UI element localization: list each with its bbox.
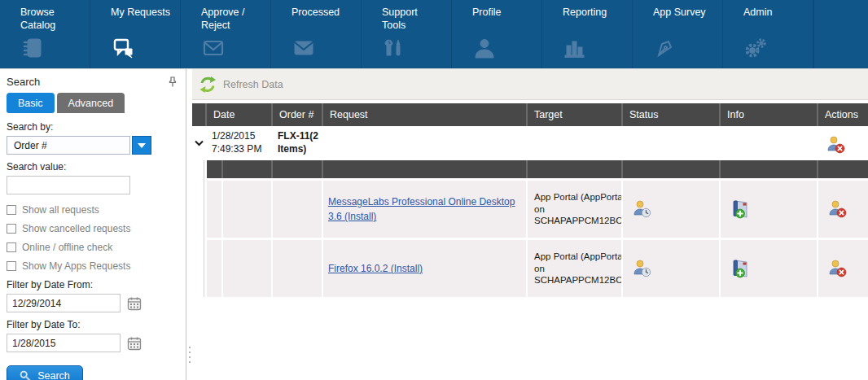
nav-label: Approve / Reject — [181, 0, 270, 32]
nav-label: Admin — [723, 0, 813, 20]
search-value-input[interactable] — [7, 176, 130, 194]
group-order-number: FLX-11(2 Items) — [271, 126, 322, 160]
nav-approve-reject[interactable]: Approve / Reject — [181, 0, 271, 68]
checkbox-show-all-requests[interactable]: Show all requests — [7, 204, 179, 216]
nav-label: Browse Catalog — [0, 0, 90, 32]
search-panel-title: Search — [7, 76, 40, 88]
info-cell — [719, 240, 817, 297]
nav-admin[interactable]: Admin — [723, 0, 813, 68]
envelope-icon — [292, 37, 315, 59]
column-header-actions[interactable]: Actions — [817, 103, 868, 126]
request-cell: Firefox 16.0.2 (Install) — [322, 240, 526, 297]
sealed-envelope-icon — [202, 37, 225, 59]
column-header-target[interactable]: Target — [526, 103, 621, 126]
column-header-request[interactable]: Request — [322, 103, 526, 126]
request-link[interactable]: MessageLabs Professional Online Desktop … — [328, 194, 521, 224]
splitter-grip-icon — [187, 344, 191, 365]
nav-label: Profile — [452, 0, 541, 20]
expand-column-header — [192, 103, 205, 126]
group-items: MessageLabs Professional Online Desktop … — [204, 160, 868, 297]
calendar-icon[interactable] — [127, 336, 142, 351]
grid-toolbar: Refresh Data — [192, 69, 868, 100]
cancel-request-user-icon[interactable] — [826, 135, 846, 155]
cancel-request-user-icon[interactable] — [828, 199, 848, 219]
package-add-icon[interactable] — [730, 258, 752, 279]
magnifier-icon — [20, 370, 31, 380]
actions-cell — [817, 181, 868, 238]
search-tabs: Basic Advanced — [7, 93, 179, 113]
checkbox-online-offline-check[interactable]: Online / offline check — [7, 242, 179, 253]
checkbox-label: Show all requests — [22, 204, 99, 216]
nav-reporting[interactable]: Reporting — [542, 0, 633, 68]
column-header-info[interactable]: Info — [719, 103, 817, 126]
calendar-icon[interactable] — [127, 296, 142, 311]
bar-chart-icon — [563, 37, 586, 59]
checkbox-show-cancelled-requests[interactable]: Show cancelled requests — [7, 223, 179, 234]
search-by-label: Search by: — [7, 121, 179, 133]
user-status-pending-icon[interactable] — [633, 259, 652, 278]
search-panel: Search Basic Advanced Search by: Order #… — [0, 69, 186, 380]
nav-processed[interactable]: Processed — [271, 0, 362, 68]
group-actions-cell — [817, 126, 868, 160]
request-row: Firefox 16.0.2 (Install) App Portal (App… — [207, 240, 868, 297]
checkbox-label: Online / offline check — [22, 242, 112, 253]
checkbox-icon — [7, 224, 16, 234]
chat-bubbles-icon — [112, 37, 134, 59]
nav-profile[interactable]: Profile — [452, 0, 542, 68]
nav-label: My Requests — [90, 0, 180, 20]
search-button-label: Search — [37, 370, 70, 380]
nav-label: Support Tools — [362, 0, 451, 32]
checkbox-icon — [7, 242, 16, 252]
tools-icon — [383, 37, 406, 59]
request-cell: MessageLabs Professional Online Desktop … — [322, 181, 526, 238]
target-cell: App Portal (AppPortal) on SCHAPAPPCM12BO… — [526, 181, 621, 238]
status-cell — [621, 181, 719, 238]
chevron-down-icon — [138, 143, 146, 148]
search-by-select[interactable]: Order # — [7, 136, 130, 155]
nav-my-requests[interactable]: My Requests — [90, 0, 181, 68]
package-add-icon[interactable] — [730, 199, 752, 220]
group-date: 1/28/2015 7:49:33 PM — [205, 126, 271, 160]
nav-support-tools[interactable]: Support Tools — [362, 0, 452, 68]
tab-basic[interactable]: Basic — [7, 93, 55, 113]
status-cell — [621, 240, 719, 297]
request-row: MessageLabs Professional Online Desktop … — [207, 181, 868, 238]
requests-main: Refresh Data Date Order # Request Target… — [192, 69, 868, 380]
user-status-pending-icon[interactable] — [633, 199, 652, 219]
pin-icon[interactable] — [168, 76, 178, 88]
column-header-date[interactable]: Date — [205, 103, 271, 126]
nested-table-header — [207, 160, 868, 178]
tab-advanced[interactable]: Advanced — [57, 93, 125, 113]
nav-label: Processed — [271, 0, 361, 20]
table-header: Date Order # Request Target Status Info … — [192, 103, 868, 126]
date-from-label: Filter by Date From: — [7, 279, 179, 290]
pen-nib-icon — [654, 37, 677, 59]
panel-splitter[interactable] — [186, 69, 192, 380]
request-link[interactable]: Firefox 16.0.2 (Install) — [328, 261, 423, 276]
date-to-input[interactable] — [7, 334, 121, 352]
nav-app-survey[interactable]: App Survey — [633, 0, 723, 68]
date-from-input[interactable] — [7, 294, 121, 312]
search-value-label: Search value: — [7, 161, 179, 173]
checkbox-icon — [7, 205, 16, 215]
column-header-status[interactable]: Status — [621, 103, 719, 126]
collapse-group-button[interactable] — [192, 126, 205, 160]
refresh-data-button[interactable]: Refresh Data — [223, 79, 283, 90]
info-cell — [719, 181, 817, 238]
column-header-order[interactable]: Order # — [271, 103, 322, 126]
nav-browse-catalog[interactable]: Browse Catalog — [0, 0, 90, 68]
nav-label: Reporting — [542, 0, 632, 20]
search-button[interactable]: Search — [7, 365, 83, 380]
catalog-book-icon — [21, 37, 44, 59]
order-group-row: 1/28/2015 7:49:33 PM FLX-11(2 Items) — [192, 126, 868, 160]
actions-cell — [817, 240, 868, 297]
search-by-dropdown-button[interactable] — [132, 136, 151, 155]
gears-icon — [744, 37, 767, 59]
checkbox-icon — [7, 261, 16, 271]
cancel-request-user-icon[interactable] — [828, 259, 848, 278]
checkbox-show-my-apps-requests[interactable]: Show My Apps Requests — [7, 260, 179, 272]
person-icon — [473, 37, 496, 59]
checkbox-label: Show cancelled requests — [22, 223, 130, 234]
date-to-label: Filter by Date To: — [7, 319, 179, 330]
refresh-icon[interactable] — [199, 76, 217, 94]
